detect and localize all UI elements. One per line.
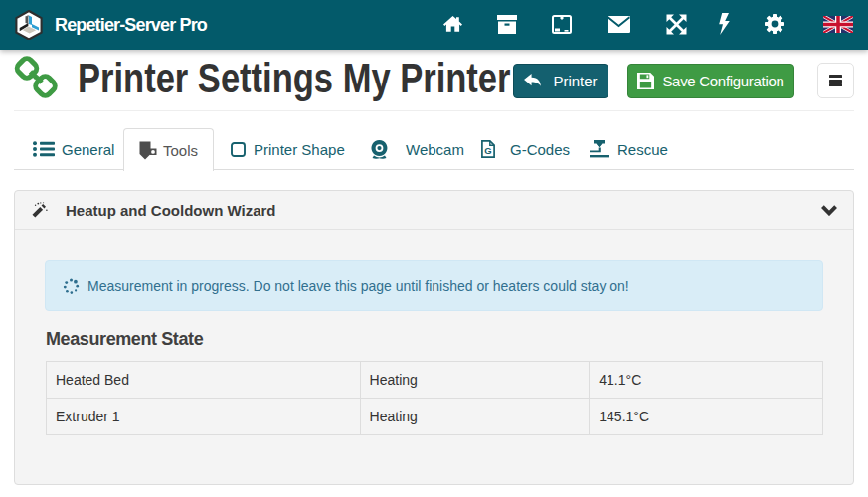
svg-text:G: G	[484, 145, 491, 156]
